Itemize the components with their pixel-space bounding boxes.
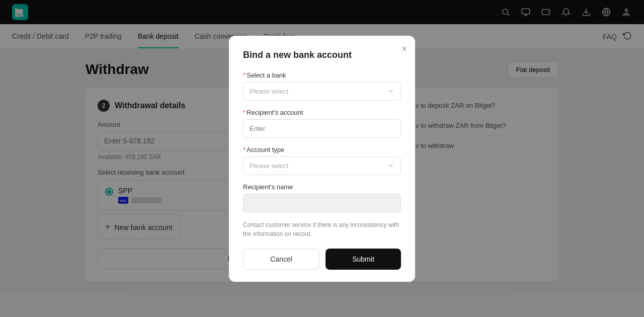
select-bank-field-label: * Select a bank	[243, 71, 401, 79]
modal-close-button[interactable]: ×	[401, 44, 407, 54]
recipient-account-field: * Recipient's account	[243, 109, 401, 138]
select-bank-placeholder: Please select	[250, 88, 288, 95]
bind-bank-modal: Bind a new bank account × * Select a ban…	[229, 36, 415, 282]
modal-overlay[interactable]: Bind a new bank account × * Select a ban…	[0, 0, 644, 293]
account-type-field: * Account type Please select	[243, 146, 401, 175]
select-bank-field: * Select a bank Please select	[243, 71, 401, 101]
recipient-account-input[interactable]	[243, 119, 401, 138]
recipient-name-field-label: Recipient's name	[243, 183, 401, 191]
modal-actions: Cancel Submit	[243, 249, 401, 270]
recipient-account-field-label: * Recipient's account	[243, 109, 401, 116]
recipient-name-input[interactable]	[243, 194, 401, 212]
modal-note: Contact customer service if there is any…	[243, 220, 401, 239]
account-type-placeholder: Please select	[250, 162, 288, 170]
submit-button[interactable]: Submit	[326, 249, 401, 270]
cancel-button[interactable]: Cancel	[243, 249, 319, 270]
recipient-name-field: Recipient's name	[243, 183, 401, 212]
modal-title: Bind a new bank account	[243, 50, 401, 60]
account-type-dropdown[interactable]: Please select	[243, 156, 401, 175]
account-type-field-label: * Account type	[243, 146, 401, 153]
select-bank-dropdown[interactable]: Please select	[243, 82, 401, 101]
